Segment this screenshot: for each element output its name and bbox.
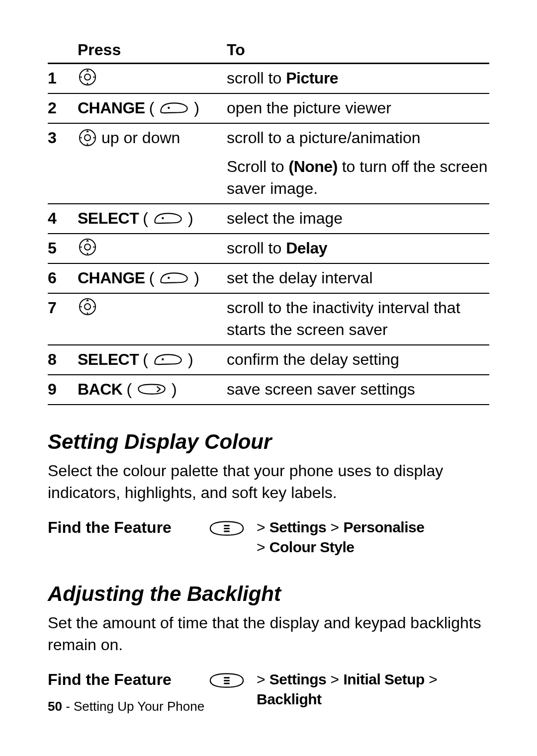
- section-heading-backlight: Adjusting the Backlight: [48, 582, 489, 606]
- to-cell-extra: Scroll to (None) to turn off the screen …: [227, 156, 489, 199]
- nav-icon: [78, 128, 97, 148]
- nav-path-2: > Settings > Initial Setup > Backlight: [257, 670, 489, 709]
- paren-close: ): [194, 267, 199, 289]
- step-number: 6: [48, 267, 78, 289]
- footer-sep: -: [62, 699, 74, 714]
- table-row: 2CHANGE ()open the picture viewer: [48, 94, 489, 124]
- footer-section: Setting Up Your Phone: [74, 699, 204, 714]
- table-row: 8SELECT ()confirm the delay setting: [48, 345, 489, 375]
- ui-term: Picture: [286, 69, 338, 87]
- nav-icon: [78, 67, 97, 87]
- ui-term: Colour Style: [269, 539, 355, 555]
- paren-close: ): [194, 97, 199, 119]
- instruction-table: Press To 1scroll to Picture2CHANGE ()ope…: [48, 36, 489, 405]
- table-row: 9BACK ()save screen saver settings: [48, 375, 489, 405]
- table-row: 7scroll to the inactivity interval that …: [48, 294, 489, 345]
- table-header-row: Press To: [48, 36, 489, 64]
- key-label: CHANGE: [78, 97, 145, 119]
- section2-body: Set the amount of time that the display …: [48, 612, 489, 656]
- ui-term: Initial Setup: [343, 671, 425, 687]
- page-footer: 50 - Setting Up Your Phone: [48, 699, 204, 714]
- nav-icon: [78, 237, 97, 257]
- to-cell: save screen saver settings: [227, 378, 489, 400]
- text-fragment: Scroll to: [227, 158, 288, 175]
- text-fragment: >: [326, 519, 343, 535]
- find-feature-label: Find the Feature: [48, 670, 197, 689]
- table-row: 6CHANGE ()set the delay interval: [48, 264, 489, 294]
- press-cell: CHANGE (): [78, 267, 227, 289]
- paren-close: ): [188, 348, 193, 370]
- nav-icon: [78, 297, 97, 317]
- manual-page: Press To 1scroll to Picture2CHANGE ()ope…: [0, 0, 537, 756]
- press-cell: SELECT (): [78, 348, 227, 370]
- paren-open: (: [149, 267, 155, 289]
- table-row: 4SELECT ()select the image: [48, 204, 489, 234]
- menu-key-icon: [207, 518, 247, 538]
- text-fragment: >: [257, 539, 269, 555]
- softkey-icon: [158, 100, 190, 116]
- find-feature-label: Find the Feature: [48, 517, 197, 537]
- softkey-icon: [152, 351, 184, 367]
- text-fragment: scroll to a picture/animation: [227, 129, 421, 147]
- step-number: 7: [48, 297, 78, 319]
- table-row: 3 up or downscroll to a picture/animatio…: [48, 124, 489, 153]
- to-cell: set the delay interval: [227, 267, 489, 289]
- paren-open: (: [143, 348, 148, 370]
- step-number: 3: [48, 127, 78, 149]
- text-fragment: confirm the delay setting: [227, 350, 399, 368]
- table-row: 5scroll to Delay: [48, 234, 489, 264]
- to-cell: scroll to a picture/animation: [227, 127, 489, 149]
- text-fragment: select the image: [227, 209, 343, 227]
- table-row: 1scroll to Picture: [48, 64, 489, 94]
- step-number: 4: [48, 207, 78, 229]
- menu-key-col: [197, 517, 257, 538]
- step-number: 1: [48, 67, 78, 89]
- text-fragment: >: [257, 671, 269, 687]
- key-label: SELECT: [78, 207, 139, 229]
- press-cell: SELECT (): [78, 207, 227, 229]
- key-label: CHANGE: [78, 267, 145, 289]
- section1-body: Select the colour palette that your phon…: [48, 460, 489, 504]
- text-fragment: open the picture viewer: [227, 99, 391, 117]
- press-cell: up or down: [78, 127, 227, 149]
- paren-open: (: [149, 97, 155, 119]
- paren-close: ): [188, 207, 193, 229]
- text-fragment: >: [257, 519, 269, 535]
- text-fragment: set the delay interval: [227, 269, 373, 287]
- press-cell: CHANGE (): [78, 97, 227, 119]
- header-press: Press: [78, 39, 227, 61]
- step-number: 8: [48, 348, 78, 370]
- ui-term: Personalise: [343, 519, 424, 535]
- paren-open: (: [126, 378, 132, 400]
- nav-path-1: > Settings > Personalise> Colour Style: [257, 517, 489, 557]
- text-fragment: save screen saver settings: [227, 380, 415, 398]
- text-fragment: >: [425, 671, 438, 687]
- to-cell: open the picture viewer: [227, 97, 489, 119]
- press-cell: [78, 297, 227, 317]
- to-cell: select the image: [227, 207, 489, 229]
- ui-term: Backlight: [257, 691, 322, 707]
- to-cell: scroll to Delay: [227, 237, 489, 259]
- key-label: BACK: [78, 378, 122, 400]
- softkey-icon: [158, 270, 190, 286]
- ui-term: Settings: [269, 671, 326, 687]
- header-to: To: [227, 39, 489, 61]
- step-number: 2: [48, 97, 78, 119]
- press-suffix: up or down: [101, 127, 180, 149]
- ui-term: (None): [288, 158, 337, 175]
- ui-term: Delay: [286, 239, 327, 257]
- table-row-extra: Scroll to (None) to turn off the screen …: [48, 153, 489, 204]
- press-cell: [78, 237, 227, 257]
- to-cell: confirm the delay setting: [227, 348, 489, 370]
- key-label: SELECT: [78, 348, 139, 370]
- text-fragment: scroll to: [227, 69, 286, 87]
- page-number: 50: [48, 699, 62, 714]
- section-heading-display-colour: Setting Display Colour: [48, 430, 489, 454]
- text-fragment: scroll to the inactivity interval that s…: [227, 299, 460, 338]
- softkey-icon: [152, 210, 184, 226]
- find-feature-row-1: Find the Feature > Settings > Personalis…: [48, 517, 489, 557]
- paren-close: ): [172, 378, 177, 400]
- ui-term: Settings: [269, 519, 326, 535]
- step-number: 9: [48, 378, 78, 400]
- press-cell: [78, 67, 227, 87]
